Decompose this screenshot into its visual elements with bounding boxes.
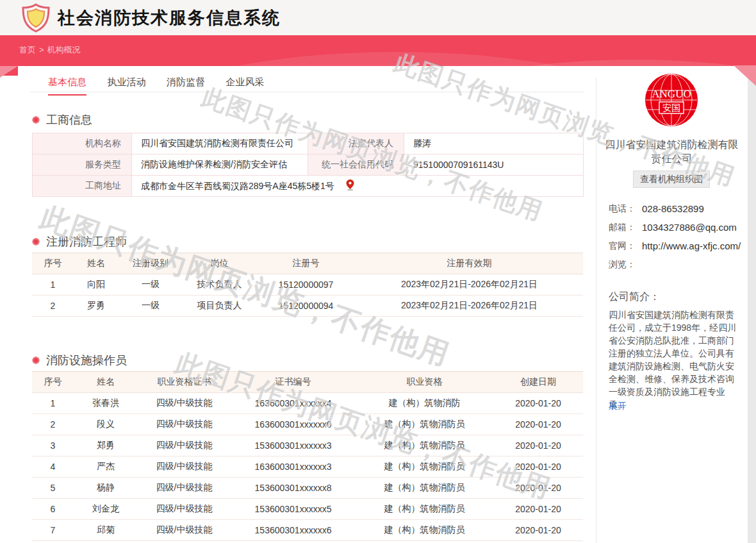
cell: 段义 [74,414,138,435]
cell: 163600301xxxxxx3 [231,456,356,478]
website-row: 官网： http://www.ag-xfjc.com/ [609,237,746,255]
views-value [642,255,742,274]
cell: 张春洪 [74,393,138,414]
address-value: 成都市金牛区羊西线蜀汉路289号A座45栋5楼1号 [132,176,584,197]
cell: 建（构）筑物消防 [356,393,493,414]
table-row: 6 刘金龙 四级/中级技能 153600301xxxxxx5 建（构）筑物消防员… [32,499,583,520]
cell: 项目负责人 [183,296,256,317]
breadcrumb-current: 机构概况 [47,45,81,54]
cell: 15120000094 [256,296,356,317]
cell: 四级/中级技能 [138,393,231,414]
cell: 邱菊 [74,520,138,541]
email-value: 1034327886@qq.com [642,218,742,237]
column-header: 职业资格证书 [138,372,231,393]
credit-code-label: 统一社会信用代码 [308,155,404,176]
cell: 向阳 [74,274,119,296]
cell: 罗勇 [74,296,119,317]
cell: 四级/中级技能 [138,435,231,456]
tab-company-showcase[interactable]: 企业风采 [226,76,264,94]
cell: 2020-01-20 [493,499,583,520]
tab-practice-activity[interactable]: 执业活动 [107,76,145,94]
location-pin-icon[interactable] [346,180,354,191]
anguo-globe-logo: ANGUO 安国 [645,74,698,126]
tab-fire-supervision[interactable]: 消防监督 [167,76,205,94]
cell: 15120000097 [256,274,356,296]
cell: 四级/中级技能 [138,456,231,478]
scrollbar-track[interactable] [748,66,756,543]
column-header: 证书编号 [231,372,356,393]
view-org-chart-button[interactable]: 查看机构组织图 [633,171,710,188]
service-type-label: 服务类型 [33,155,132,176]
service-type-value: 消防设施维护保养检测/消防安全评估 [132,155,308,176]
cell: 153600301xxxxxx3 [231,435,356,456]
cell: 郑勇 [74,435,138,456]
column-header: 序号 [32,253,74,274]
sidebar-company-name: 四川省安国建筑消防检测有限责任公司 [596,138,748,166]
company-profile-text: 四川省安国建筑消防检测有限责任公司，成立于1998年，经四川省公安消防总队批准，… [609,308,739,411]
column-header: 职业资格 [356,372,493,393]
cell: 2 [32,414,74,435]
cell: 2020-01-20 [493,478,583,499]
cell: 一级 [119,274,183,296]
table-row: 工商地址 成都市金牛区羊西线蜀汉路289号A座45栋5楼1号 [33,176,584,197]
cell: 2023年02月21日-2026年02月21日 [356,296,583,317]
section-title-operators: 消防设施操作员 [32,353,127,368]
table-header-row: 序号姓名职业资格证书证书编号职业资格创建日期 [32,372,583,393]
column-header: 注册有效期 [356,253,583,274]
cell: 建（构）筑物消防员 [356,414,493,435]
org-name-value: 四川省安国建筑消防检测有限责任公司 [132,133,308,155]
cell: 153600301xxxxxx5 [231,499,356,520]
cell: 163600301xxxxxx4 [231,393,356,414]
cell: 一级 [119,296,183,317]
table-row: 4 严杰 四级/中级技能 163600301xxxxxx3 建（构）筑物消防员 … [32,456,583,478]
tab-bar: 基本信息 执业活动 消防监督 企业风采 [30,66,584,92]
email-label: 邮箱： [609,218,642,237]
cell: 2020-01-20 [493,414,583,435]
cell: 163600301xxxxxx0 [231,414,356,435]
phone-label: 电话： [609,199,642,218]
column-header: 序号 [32,372,74,393]
column-header: 姓名 [74,372,138,393]
tab-basic-info[interactable]: 基本信息 [48,76,86,96]
bullet-dot-icon [32,116,40,124]
engineers-table: 序号姓名注册级别岗位注册号注册有效期 1 向阳 一级 技术负责人 1512000… [32,253,583,317]
cell: 2020-01-20 [493,456,583,478]
email-row: 邮箱： 1034327886@qq.com [609,218,746,237]
cell: 2020-01-20 [493,520,583,541]
app-header: 社会消防技术服务信息系统 [0,0,756,35]
table-row: 1 向阳 一级 技术负责人 15120000097 2023年02月21日-20… [32,274,583,296]
cell: 四级/中级技能 [138,520,231,541]
breadcrumb-home-link[interactable]: 首页 [19,45,36,54]
section-title-text: 注册消防工程师 [46,234,127,249]
content-card: 基本信息 执业活动 消防监督 企业风采 工商信息 机构名称 四川省安国建筑消防检… [18,66,748,543]
cell: 四级/中级技能 [138,478,231,499]
cell: 四级/中级技能 [138,499,231,520]
cell: 建（构）筑物消防员 [356,520,493,541]
column-header: 注册级别 [119,253,183,274]
logo-text-cn: 安国 [662,103,680,113]
cell: 4 [32,456,74,478]
bullet-dot-icon [32,356,40,364]
expand-link[interactable]: 展开 [609,401,627,412]
cell: 四级/中级技能 [138,414,231,435]
views-row: 浏览： [609,255,746,274]
phone-row: 电话： 028-86532899 [609,199,746,218]
operators-table: 序号姓名职业资格证书证书编号职业资格创建日期 1 张春洪 四级/中级技能 163… [32,371,583,541]
credit-code-value: 91510000709161143U [404,155,584,176]
cell: 杨静 [74,478,138,499]
column-header: 注册号 [256,253,356,274]
shield-icon [22,3,50,33]
table-row: 5 杨静 四级/中级技能 153600301xxxxxx8 建（构）筑物消防员 … [32,478,583,499]
table-row: 服务类型 消防设施维护保养检测/消防安全评估 统一社会信用代码 91510000… [33,155,584,176]
cell: 1 [32,274,74,296]
cell: 建（构）筑物消防员 [356,456,493,478]
section-title-business: 工商信息 [32,112,92,128]
section-title-text: 消防设施操作员 [46,353,127,368]
table-row: 机构名称 四川省安国建筑消防检测有限责任公司 法定代表人 滕涛 [33,133,584,155]
cell: 2 [32,296,74,317]
website-link[interactable]: http://www.ag-xfjc.com/ [642,237,742,255]
cell: 3 [32,435,74,456]
column-header: 姓名 [74,253,119,274]
cell: 2020-01-20 [493,393,583,414]
cell: 2020-01-20 [493,435,583,456]
